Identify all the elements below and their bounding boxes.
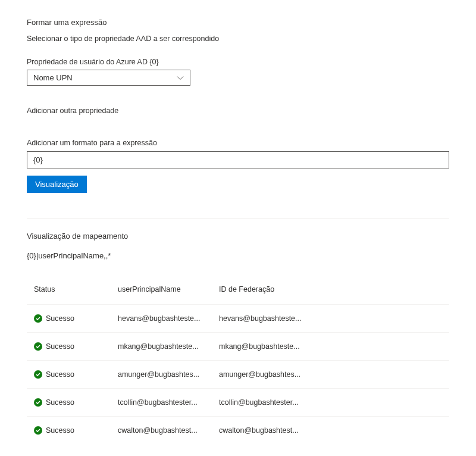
- table-row: Sucessotcollin@bugbashtester...tcollin@b…: [27, 389, 449, 417]
- form-expression-subtitle: Selecionar o tipo de propriedade AAD a s…: [27, 35, 449, 43]
- preview-section-title: Visualização de mapeamento: [27, 232, 449, 241]
- column-header-fedid[interactable]: ID de Federação: [214, 279, 449, 305]
- status-text: Sucesso: [46, 370, 74, 379]
- status-text: Sucesso: [46, 426, 74, 435]
- format-input[interactable]: [27, 151, 449, 168]
- fedid-cell: cwalton@bugbashtest...: [214, 417, 449, 445]
- fedid-cell: amunger@bugbashtes...: [214, 361, 449, 389]
- column-header-status[interactable]: Status: [27, 279, 113, 305]
- table-row: Sucessomkang@bugbashteste...mkang@bugbas…: [27, 333, 449, 361]
- status-text: Sucesso: [46, 314, 74, 323]
- fedid-cell: mkang@bugbashteste...: [214, 333, 449, 361]
- table-row: Sucessoamunger@bugbashtes...amunger@bugb…: [27, 361, 449, 389]
- success-check-icon: [34, 398, 42, 407]
- fedid-cell: hevans@bugbashteste...: [214, 305, 449, 333]
- property-dropdown-value: Nome UPN: [33, 73, 73, 82]
- fedid-cell: tcollin@bugbashtester...: [214, 389, 449, 417]
- chevron-down-icon: [177, 74, 184, 82]
- format-label: Adicionar um formato para a expressão: [27, 139, 449, 147]
- success-check-icon: [34, 342, 42, 351]
- property-dropdown[interactable]: Nome UPN: [27, 70, 190, 86]
- upn-cell: amunger@bugbashtes...: [113, 361, 214, 389]
- upn-cell: hevans@bugbashteste...: [113, 305, 214, 333]
- column-header-upn[interactable]: userPrincipalName: [113, 279, 214, 305]
- results-table: Status userPrincipalName ID de Federação…: [27, 279, 449, 444]
- status-text: Sucesso: [46, 342, 74, 351]
- upn-cell: tcollin@bugbashtester...: [113, 389, 214, 417]
- success-check-icon: [34, 370, 42, 379]
- success-check-icon: [34, 314, 42, 323]
- property-field-label: Propriedade de usuário do Azure AD {0}: [27, 58, 449, 66]
- mapping-expression: {0}|userPrincipalName,,*: [27, 251, 449, 260]
- status-text: Sucesso: [46, 398, 74, 407]
- form-expression-title: Formar uma expressão: [27, 18, 449, 27]
- section-divider: [27, 218, 449, 218]
- upn-cell: mkang@bugbashteste...: [113, 333, 214, 361]
- table-row: Sucessocwalton@bugbashtest...cwalton@bug…: [27, 417, 449, 445]
- preview-button[interactable]: Visualização: [27, 176, 87, 193]
- table-row: Sucessohevans@bugbashteste...hevans@bugb…: [27, 305, 449, 333]
- upn-cell: cwalton@bugbashtest...: [113, 417, 214, 445]
- add-property-link[interactable]: Adicionar outra propriedade: [27, 107, 449, 115]
- success-check-icon: [34, 426, 42, 435]
